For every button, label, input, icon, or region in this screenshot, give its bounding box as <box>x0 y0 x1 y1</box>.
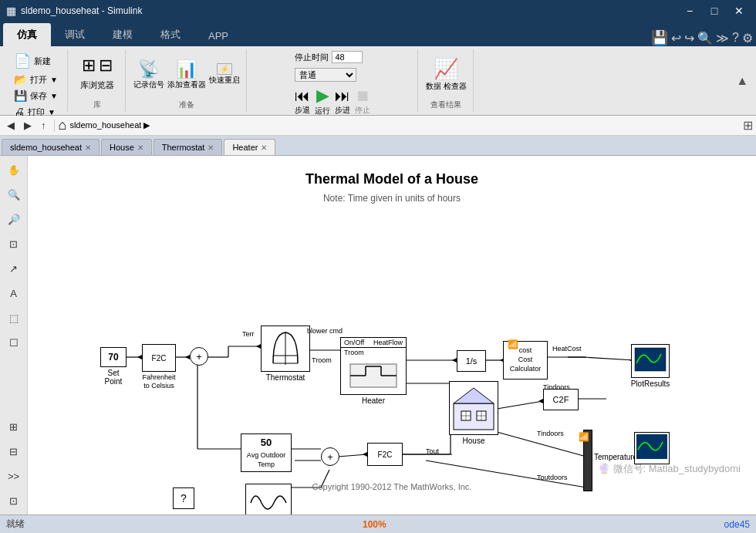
stop-time-input[interactable] <box>332 51 363 63</box>
sidebar-fit[interactable]: ⊡ <box>3 233 25 255</box>
block-sum-left[interactable]: + <box>190 347 208 366</box>
block-integrator[interactable]: 1/s <box>457 350 486 372</box>
run-button[interactable]: ▶ 运行 <box>315 86 330 116</box>
run-icon: ▶ <box>316 86 329 106</box>
sidebar-zoom-out[interactable]: 🔎 <box>3 208 25 230</box>
step-forward-icon: ⏭ <box>335 87 350 105</box>
diagram-title: Thermal Model of a House <box>28 171 756 187</box>
label-house: House <box>458 437 489 445</box>
sidebar-arrow[interactable]: ↗ <box>3 258 25 279</box>
zoom-icon[interactable]: 🔍 <box>697 31 713 46</box>
tab-debug[interactable]: 调试 <box>51 23 99 46</box>
tab-house[interactable]: House ✕ <box>101 139 152 155</box>
block-heater[interactable]: On/Off HeatFlow Troom <box>340 337 407 395</box>
add-viewer-button[interactable]: 📊 添加查看器 <box>167 59 206 90</box>
label-set-point: Set Point <box>100 369 127 386</box>
collapse-ribbon-icon[interactable]: ▲ <box>736 74 748 88</box>
fast-restart-button[interactable]: ⚡ 快速重启 <box>209 63 240 86</box>
new-button[interactable]: 📄 新建 <box>11 51 54 71</box>
canvas-area[interactable]: Thermal Model of a House Note: Time give… <box>28 156 756 514</box>
stop-time-label: 停止时间 <box>295 52 329 63</box>
more-icon[interactable]: ≫ <box>716 31 729 46</box>
sidebar-connect[interactable]: ⬚ <box>3 307 25 329</box>
sidebar-bottom-icon[interactable]: ⊡ <box>3 490 25 511</box>
help-icon[interactable]: ? <box>732 31 739 45</box>
block-sum-right[interactable]: + <box>321 447 339 466</box>
tab-format[interactable]: 格式 <box>147 23 194 46</box>
ribbon-group-library: ⊞⊟ 库浏览器 库 <box>69 49 126 112</box>
close-button[interactable]: ✕ <box>728 3 750 19</box>
label-tout: Tout <box>426 447 439 455</box>
block-avg-outdoor[interactable]: 50 Avg OutdoorTemp <box>241 433 292 472</box>
stop-button[interactable]: ⏹ 停止 <box>355 87 370 116</box>
sidebar-icon1[interactable]: ⊞ <box>3 416 25 437</box>
svg-marker-49 <box>454 388 494 403</box>
block-c2f[interactable]: C2F <box>543 389 579 410</box>
block-set-point[interactable]: 70 <box>100 347 127 367</box>
block-f2c-left[interactable]: F2C <box>142 344 176 372</box>
undo-icon[interactable]: ↩ <box>671 31 681 46</box>
mode-select[interactable]: 普通 <box>295 68 356 82</box>
library-icon: ⊞⊟ <box>82 56 113 76</box>
sidebar-text[interactable]: A <box>3 282 25 304</box>
step-back-button[interactable]: ⏮ 步退 <box>295 87 310 116</box>
save-button[interactable]: 💾 保存 ▼ <box>11 88 61 103</box>
label-heater: Heater <box>350 396 397 405</box>
block-scope-temp[interactable] <box>634 432 670 464</box>
minimize-button[interactable]: − <box>679 3 700 19</box>
antenna-icon-2: 📶 <box>579 432 589 442</box>
tab-model[interactable]: 建模 <box>99 23 147 46</box>
ribbon: 📄 新建 📂 打开 ▼ 💾 保存 ▼ 🖨 打印 ▼ <box>0 46 756 116</box>
tab-close-heater[interactable]: ✕ <box>261 143 267 152</box>
sidebar-expand[interactable]: >> <box>3 465 25 487</box>
record-icon: 📡 <box>138 59 159 79</box>
block-plot-results[interactable] <box>631 344 670 378</box>
home-icon: ⌂ <box>59 117 67 133</box>
sidebar-icon2[interactable]: ⊟ <box>3 440 25 462</box>
save-icon[interactable]: 💾 <box>651 29 668 46</box>
tab-close-house[interactable]: ✕ <box>137 143 143 152</box>
stop-icon: ⏹ <box>355 87 370 105</box>
redo-icon[interactable]: ↪ <box>684 31 694 46</box>
statusbar: 就绪 100% ode45 <box>0 514 756 533</box>
tab-sim[interactable]: 仿真 <box>3 23 51 46</box>
up-button[interactable]: ↑ <box>37 118 50 133</box>
library-browse-button[interactable]: 库浏览器 <box>76 77 119 93</box>
label-blower-cmd: blower cmd <box>307 327 343 335</box>
data-inspector-button[interactable]: 📈 数据 检查器 <box>426 57 467 92</box>
simulink-diagram: Thermal Model of a House Note: Time give… <box>28 156 756 514</box>
titlebar: ▦ sldemo_househeat - Simulink − □ ✕ <box>0 0 756 22</box>
tab-thermostat[interactable]: Thermostat ✕ <box>154 139 223 155</box>
block-house[interactable] <box>449 381 498 435</box>
sidebar-hand-tool[interactable]: ✋ <box>3 159 25 180</box>
step-back-icon: ⏮ <box>295 87 310 105</box>
sidebar-checkbox[interactable]: ☐ <box>3 332 25 353</box>
label-heatcost: HeatCost <box>552 345 582 353</box>
label-terr: Terr <box>242 330 255 338</box>
expand-icon[interactable]: ⊞ <box>743 118 753 133</box>
ribbon-group-prepare: 📡 记录信号 📊 添加查看器 ⚡ 快速重启 准备 <box>127 49 247 112</box>
tab-heater[interactable]: Heater ✕ <box>224 139 275 155</box>
ribbon-group-results: 📈 数据 检查器 查看结果 <box>420 49 474 112</box>
data-inspector-icon: 📈 <box>434 57 458 81</box>
svg-line-11 <box>497 401 543 409</box>
open-button[interactable]: 📂 打开 ▼ <box>11 72 61 87</box>
block-thermostat[interactable] <box>261 326 310 372</box>
maximize-button[interactable]: □ <box>704 3 725 19</box>
tab-app[interactable]: APP <box>194 25 242 46</box>
content-area: ✋ 🔍 🔎 ⊡ ↗ A ⬚ ☐ ⊞ ⊟ >> ⊡ Thermal Model o… <box>0 156 756 514</box>
tab-sldemo-househeat[interactable]: sldemo_househeat ✕ <box>2 139 100 155</box>
record-button[interactable]: 📡 记录信号 <box>133 59 164 90</box>
step-forward-button[interactable]: ⏭ 步进 <box>335 87 350 116</box>
copyright-text: Copyright 1990-2012 The MathWorks, Inc. <box>28 482 756 491</box>
tab-label-sldemo: sldemo_househeat <box>10 143 82 152</box>
sidebar-zoom-in[interactable]: 🔍 <box>3 184 25 205</box>
tab-close-thermostat[interactable]: ✕ <box>208 143 214 152</box>
forward-button[interactable]: ▶ <box>20 118 35 133</box>
settings-icon[interactable]: ⚙ <box>742 31 753 46</box>
breadcrumb: ⌂ sldemo_househeat ▶ <box>59 117 742 133</box>
back-button[interactable]: ◀ <box>3 118 19 133</box>
block-f2c-right[interactable]: F2C <box>367 443 403 466</box>
tab-close-sldemo[interactable]: ✕ <box>85 143 91 152</box>
breadcrumb-text: sldemo_househeat ▶ <box>69 120 150 130</box>
